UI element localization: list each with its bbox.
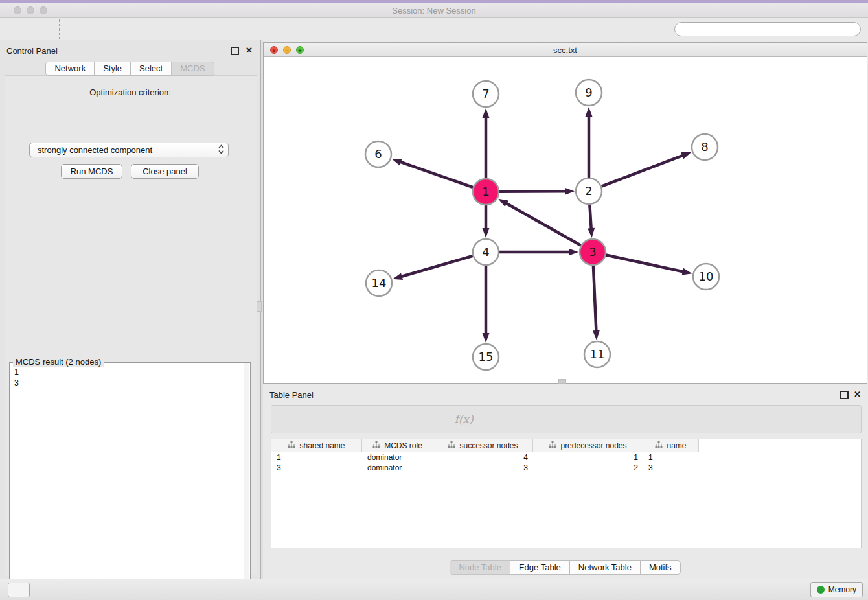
optimization-criterion-label: Optimization criterion: — [0, 87, 260, 97]
column-header-predecessor-nodes[interactable]: predecessor nodes — [533, 439, 643, 452]
graph-node-15[interactable]: 15 — [473, 344, 499, 370]
memory-button[interactable]: Memory — [810, 582, 863, 597]
show-column-panel-button[interactable] — [304, 410, 328, 429]
network-window-titlebar[interactable]: x − + scc.txt — [264, 43, 867, 57]
graph-node-11[interactable]: 11 — [584, 341, 610, 367]
vertical-splitter-grip[interactable] — [257, 301, 262, 312]
column-header-name[interactable]: name — [643, 439, 699, 452]
graph-edge-2-8[interactable] — [602, 155, 685, 186]
graph-edge-4-14[interactable] — [400, 256, 473, 277]
toolbar-separator — [312, 19, 313, 39]
table-cell[interactable]: 4 — [433, 452, 533, 463]
graph-node-2[interactable]: 2 — [576, 178, 602, 204]
mcds-result-group: MCDS result (2 nodes) 1 3 — [9, 362, 251, 600]
hide-selected-button[interactable] — [402, 19, 426, 39]
tab-node-table[interactable]: Node Table — [450, 560, 510, 575]
tab-style[interactable]: Style — [94, 62, 131, 76]
close-panel-button[interactable]: Close panel — [131, 164, 199, 179]
graph-node-3[interactable]: 3 — [580, 239, 606, 265]
add-column-button[interactable] — [378, 410, 402, 429]
import-table-button[interactable] — [89, 19, 114, 39]
table-cell[interactable]: dominator — [362, 452, 433, 463]
tab-edge-table[interactable]: Edge Table — [510, 560, 570, 575]
graph-edge-1-6[interactable] — [399, 161, 473, 187]
column-header-MCDS-role[interactable]: MCDS role — [362, 439, 433, 452]
zoom-fit-button[interactable] — [258, 19, 282, 39]
table-row[interactable]: 3dominator323 — [271, 463, 861, 473]
graph-node-9[interactable]: 9 — [576, 80, 602, 106]
network-window-title: scc.txt — [264, 45, 867, 55]
criterion-dropdown[interactable]: strongly connected component — [29, 143, 229, 157]
table-row[interactable]: 1dominator411 — [271, 452, 861, 463]
horizontal-splitter-grip[interactable] — [558, 379, 566, 384]
graph-node-8[interactable]: 8 — [692, 134, 718, 160]
first-neighbors-button[interactable] — [377, 19, 402, 39]
node-table[interactable]: shared nameMCDS rolesuccessor nodesprede… — [271, 439, 862, 548]
run-mcds-button[interactable]: Run MCDS — [61, 164, 122, 179]
graph-node-1[interactable]: 1 — [473, 179, 499, 205]
export-network-button[interactable] — [124, 19, 149, 39]
apply-layout-button[interactable] — [317, 19, 342, 39]
criterion-value: strongly connected component — [38, 145, 152, 155]
search-box[interactable] — [674, 22, 861, 36]
tab-select[interactable]: Select — [130, 62, 172, 76]
table-cell[interactable]: 1 — [533, 452, 643, 463]
save-session-button[interactable] — [30, 19, 54, 39]
deselect-all-rows-button[interactable] — [353, 410, 378, 429]
tab-network-table[interactable]: Network Table — [569, 560, 641, 575]
clone-network-button[interactable] — [352, 19, 377, 39]
graph-edge-1-2[interactable] — [499, 191, 567, 192]
result-line: 1 — [14, 367, 19, 378]
graph-node-label: 4 — [482, 245, 489, 259]
graph-node-4[interactable]: 4 — [473, 239, 499, 265]
task-history-button[interactable] — [8, 583, 30, 597]
tab-mcds[interactable]: MCDS — [171, 62, 214, 76]
result-scrollbar[interactable] — [244, 363, 249, 600]
float-panel-icon[interactable] — [840, 391, 849, 399]
search-input[interactable] — [691, 23, 794, 36]
table-options-gear-button[interactable] — [279, 410, 304, 429]
table-cell[interactable]: 2 — [533, 463, 643, 473]
toolbar-separator — [59, 19, 60, 39]
graph-node-7[interactable]: 7 — [473, 81, 499, 107]
graph-edge-3-1[interactable] — [505, 203, 581, 246]
export-table-button[interactable] — [149, 19, 174, 39]
zoom-out-button[interactable] — [233, 19, 258, 39]
table-cell[interactable]: 3 — [271, 463, 362, 473]
delete-column-button[interactable] — [402, 410, 427, 429]
graph-node-6[interactable]: 6 — [365, 141, 391, 167]
close-panel-icon[interactable]: ✕ — [246, 46, 253, 54]
export-image-button[interactable] — [174, 19, 198, 39]
network-canvas-svg[interactable]: 7968124314101511 — [264, 57, 867, 383]
graph-node-label: 8 — [701, 140, 708, 154]
import-network-button[interactable] — [65, 19, 89, 39]
table-cell[interactable]: 3 — [433, 463, 533, 473]
float-panel-icon[interactable] — [231, 47, 239, 55]
delete-table-button[interactable] — [427, 410, 451, 429]
tab-motifs[interactable]: Motifs — [640, 560, 681, 575]
open-session-button[interactable] — [5, 19, 30, 39]
graph-node-label: 9 — [585, 86, 592, 99]
table-cell[interactable]: 1 — [643, 452, 699, 463]
mcds-result-text[interactable]: 1 3 — [14, 367, 19, 389]
tab-network[interactable]: Network — [45, 62, 95, 76]
graph-edge-3-11[interactable] — [593, 266, 597, 332]
graph-node-14[interactable]: 14 — [366, 270, 392, 296]
close-panel-icon[interactable]: ✕ — [854, 390, 861, 398]
zoom-selected-button[interactable] — [282, 19, 307, 39]
select-all-rows-button[interactable] — [328, 410, 353, 429]
table-cell[interactable]: 1 — [271, 452, 362, 463]
graph-edge-2-3[interactable] — [589, 205, 591, 230]
show-all-button[interactable] — [426, 19, 451, 39]
apply-function-button[interactable]: f(x) — [451, 410, 476, 429]
control-panel-tabs: Network Style Select MCDS — [0, 62, 260, 76]
zoom-in-button[interactable] — [209, 19, 233, 39]
graph-node-label: 15 — [479, 350, 494, 363]
graph-edge-arrowhead — [682, 268, 692, 275]
table-cell[interactable]: 3 — [643, 463, 699, 473]
graph-node-10[interactable]: 10 — [693, 264, 719, 290]
column-header-successor-nodes[interactable]: successor nodes — [433, 439, 533, 452]
graph-edge-3-10[interactable] — [606, 255, 685, 271]
column-header-shared-name[interactable]: shared name — [271, 439, 362, 452]
table-cell[interactable]: dominator — [362, 463, 433, 473]
